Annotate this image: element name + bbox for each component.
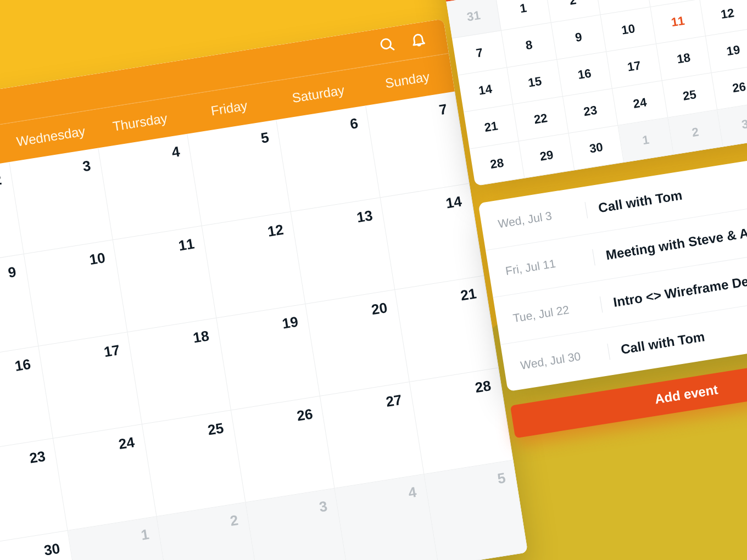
day-number: 9 [7, 264, 18, 282]
mini-calendar: July 2021 MonTueWedThuFriSatSun 31123456… [437, 0, 747, 186]
svg-point-0 [381, 38, 392, 49]
mini-calendar-cell[interactable]: 30 [568, 126, 624, 170]
calendar-cell[interactable]: 26 [231, 396, 335, 503]
day-number: 26 [296, 406, 314, 425]
svg-line-1 [391, 46, 394, 49]
day-number: 24 [118, 434, 136, 453]
day-number: 10 [88, 249, 106, 268]
calendar-cell[interactable]: 18 [127, 318, 231, 425]
day-number: 6 [349, 115, 359, 133]
agenda-title: Intro <> Wireframe Design [612, 270, 747, 310]
agenda-date: Wed, Jul 3 [497, 206, 575, 231]
calendar-cell[interactable]: 5 [424, 460, 528, 560]
search-icon[interactable] [377, 35, 397, 55]
day-number: 17 [103, 341, 121, 361]
calendar-cell[interactable]: 25 [142, 410, 246, 517]
day-number: 13 [355, 207, 374, 226]
calendar-cell[interactable]: 14 [380, 184, 484, 290]
day-number: 4 [170, 143, 181, 161]
day-number: 19 [281, 313, 299, 333]
calendar-cell[interactable]: 5 [187, 120, 291, 226]
day-number: 14 [445, 193, 463, 212]
mini-calendar-cell[interactable]: 2 [668, 110, 723, 154]
calendar-cell[interactable]: 24 [53, 424, 157, 531]
large-calendar: MondayTuesdayWednesdayThursdayFridaySatu… [0, 19, 528, 560]
day-number: 3 [81, 157, 92, 175]
mini-calendar-cell[interactable]: 29 [519, 133, 575, 178]
divider [600, 296, 603, 313]
calendar-cell[interactable]: 6 [277, 105, 381, 212]
day-number: 21 [459, 285, 477, 304]
day-number: 5 [497, 469, 507, 488]
day-number: 23 [28, 448, 46, 467]
day-number: 12 [266, 221, 285, 240]
day-number: 2 [229, 512, 239, 530]
day-number: 4 [407, 484, 417, 502]
bell-icon[interactable] [409, 30, 428, 51]
day-number: 5 [260, 129, 270, 147]
calendar-cell[interactable]: 13 [291, 198, 395, 304]
divider [607, 344, 610, 360]
calendar-grid: 1234567891011121314151617181920212223242… [0, 92, 528, 560]
day-number: 30 [43, 540, 61, 559]
agenda-date: Tue, Jul 22 [512, 300, 590, 325]
day-number: 1 [140, 526, 150, 544]
calendar-cell[interactable]: 4 [98, 134, 202, 240]
day-number: 18 [192, 327, 210, 346]
agenda-title: Call with Tom [597, 187, 683, 216]
divider [585, 202, 588, 219]
day-number: 20 [370, 299, 388, 318]
agenda-list: Wed, Jul 3Call with TomFri, Jul 11Meetin… [478, 148, 747, 391]
day-number: 28 [474, 377, 492, 396]
day-number: 27 [384, 391, 403, 411]
divider [592, 249, 595, 266]
day-number: 25 [207, 419, 225, 439]
mini-calendar-cell[interactable]: 19 [706, 29, 747, 73]
calendar-cell[interactable]: 10 [24, 240, 127, 346]
day-number: 3 [318, 497, 328, 516]
calendar-cell[interactable]: 7 [366, 92, 470, 198]
mini-calendar-cell[interactable]: 26 [712, 65, 747, 110]
day-number: 2 [0, 171, 3, 189]
day-number: 11 [177, 235, 196, 254]
day-number: 16 [14, 356, 32, 375]
mini-calendar-cell[interactable]: 1 [618, 118, 674, 163]
calendar-cell[interactable]: 21 [395, 276, 499, 382]
agenda-title: Call with Tom [620, 329, 706, 357]
agenda-date: Wed, Jul 30 [520, 347, 598, 372]
mini-calendar-cell[interactable]: 28 [470, 141, 525, 186]
calendar-cell[interactable]: 17 [38, 332, 142, 439]
calendar-cell[interactable]: 4 [335, 474, 439, 560]
mini-calendar-cell[interactable]: 3 [717, 102, 747, 147]
day-number: 7 [438, 100, 448, 119]
calendar-cell[interactable]: 3 [9, 148, 113, 254]
calendar-cell[interactable]: 28 [410, 368, 514, 474]
calendar-cell[interactable]: 11 [113, 226, 217, 333]
calendar-cell[interactable]: 27 [320, 382, 424, 489]
agenda-date: Fri, Jul 11 [505, 253, 583, 278]
calendar-cell[interactable]: 20 [306, 290, 410, 396]
calendar-cell[interactable]: 19 [217, 304, 321, 411]
mini-calendar-grid: 3112345678910111213141516171819202122232… [446, 0, 747, 186]
calendar-cell[interactable]: 12 [202, 212, 306, 318]
